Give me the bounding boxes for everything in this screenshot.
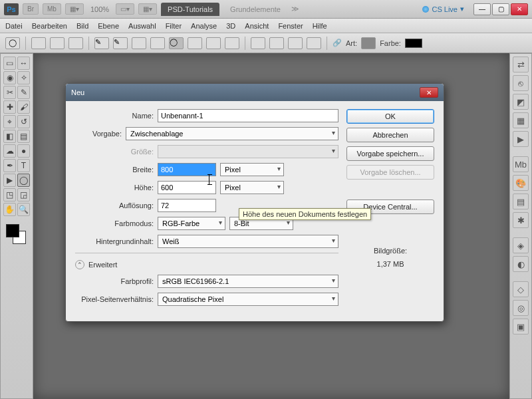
panel-icon[interactable]: ◩: [513, 94, 529, 110]
shape-layers-icon[interactable]: [31, 37, 46, 49]
panel-icon[interactable]: ◎: [513, 300, 529, 316]
zoom-tool-icon[interactable]: 🔍: [17, 203, 30, 216]
window-maximize-button[interactable]: ▢: [492, 3, 509, 15]
heal-tool-icon[interactable]: ✚: [3, 100, 16, 114]
dialog-close-button[interactable]: ✕: [420, 87, 438, 98]
background-dropdown[interactable]: Weiß: [158, 235, 338, 248]
cancel-button[interactable]: Abbrechen: [346, 128, 434, 142]
custom-shape-icon[interactable]: [225, 37, 239, 49]
menu-ansicht[interactable]: Ansicht: [245, 22, 269, 30]
pixelaspect-dropdown[interactable]: Quadratische Pixel: [158, 293, 338, 306]
panel-icon[interactable]: ▶: [513, 131, 529, 147]
save-preset-button[interactable]: Vorgabe speichern...: [346, 146, 434, 161]
menu-bild[interactable]: Bild: [76, 22, 88, 30]
pathop4-icon[interactable]: [307, 37, 321, 49]
fill-pixels-icon[interactable]: [68, 37, 83, 49]
width-unit-dropdown[interactable]: Pixel: [220, 163, 284, 176]
menu-auswahl[interactable]: Auswahl: [128, 22, 156, 30]
cslive-button[interactable]: CS Live▾: [422, 5, 464, 13]
3dcam-tool-icon[interactable]: ◲: [17, 188, 30, 201]
panel-icon[interactable]: ◐: [513, 256, 529, 272]
name-field[interactable]: [158, 109, 338, 122]
menu-3d[interactable]: 3D: [226, 22, 235, 30]
preset-dropdown[interactable]: Zwischenablage: [126, 127, 338, 140]
ok-button[interactable]: OK: [346, 109, 434, 124]
window-minimize-button[interactable]: —: [473, 3, 491, 15]
width-label: Breite:: [75, 166, 154, 174]
panel-icon[interactable]: Mb: [513, 156, 529, 172]
advanced-label: Erweitert: [88, 261, 117, 269]
style-swatch[interactable]: [361, 37, 376, 49]
menu-analyse[interactable]: Analyse: [191, 22, 217, 30]
line-shape-icon[interactable]: [206, 37, 221, 49]
colormode-dropdown[interactable]: RGB-Farbe: [158, 217, 225, 230]
bridge-chip[interactable]: Br: [23, 3, 39, 15]
pathop2-icon[interactable]: [269, 37, 284, 49]
tool-preset-icon[interactable]: ◯: [5, 37, 20, 49]
paths-icon[interactable]: [50, 37, 65, 49]
color-swatch[interactable]: [405, 39, 422, 48]
gradient-tool-icon[interactable]: ▤: [17, 130, 30, 143]
resolution-field[interactable]: [158, 199, 216, 212]
blur-tool-icon[interactable]: ☁: [3, 144, 16, 158]
history-brush-icon[interactable]: ↺: [17, 115, 30, 128]
lasso-tool-icon[interactable]: ◉: [3, 71, 16, 84]
dialog-titlebar[interactable]: Neu ✕: [66, 84, 444, 101]
3d-tool-icon[interactable]: ◳: [3, 188, 16, 201]
panel-icon[interactable]: ⎋: [513, 75, 529, 91]
panel-icon[interactable]: ▤: [513, 194, 529, 209]
roundrect-shape-icon[interactable]: [150, 37, 165, 49]
panel-icon[interactable]: ◇: [513, 281, 529, 297]
stamp-tool-icon[interactable]: ⌖: [3, 115, 16, 128]
chevron-up-icon: ⌃: [75, 260, 84, 269]
ellipse-shape-icon[interactable]: ◯: [169, 37, 184, 49]
delete-preset-button: Vorgabe löschen...: [346, 165, 434, 180]
panel-icon[interactable]: ▦: [513, 112, 529, 128]
zoom-level[interactable]: 100%: [88, 5, 112, 13]
color-picker[interactable]: [5, 223, 29, 249]
menu-bearbeiten[interactable]: Bearbeiten: [32, 22, 67, 30]
workspace-tab-active[interactable]: PSD-Tutorials: [161, 3, 219, 16]
crop-tool-icon[interactable]: ✂: [3, 86, 16, 99]
minibridge-chip[interactable]: Mb: [43, 3, 61, 15]
polygon-shape-icon[interactable]: [188, 37, 202, 49]
workspace-tab[interactable]: Grundelemente: [223, 3, 287, 16]
viewextras-icon[interactable]: ▦▾: [138, 3, 157, 15]
menu-fenster[interactable]: Fenster: [278, 22, 303, 30]
wand-tool-icon[interactable]: ✧: [17, 71, 30, 84]
type-tool-icon[interactable]: T: [17, 159, 30, 172]
advanced-toggle[interactable]: ⌃Erweitert: [75, 260, 338, 269]
colorprofile-dropdown[interactable]: sRGB IEC61966-2.1: [158, 275, 338, 288]
marquee-tool-icon[interactable]: ▭: [3, 57, 16, 70]
arrange-icon[interactable]: ▭▾: [116, 3, 134, 15]
freeform-pen-icon[interactable]: ✎: [113, 37, 128, 49]
hand-tool-icon[interactable]: ✋: [3, 203, 16, 216]
dodge-tool-icon[interactable]: ●: [17, 144, 30, 158]
pen-icon[interactable]: ✎: [94, 37, 109, 49]
pen-tool-icon[interactable]: ✒: [3, 159, 16, 172]
shape-tool-icon[interactable]: ◯: [17, 174, 30, 187]
brush-tool-icon[interactable]: 🖌: [17, 100, 30, 114]
eraser-tool-icon[interactable]: ◧: [3, 130, 16, 143]
panel-icon[interactable]: ◈: [513, 237, 529, 253]
screenmode-icon[interactable]: ▦▾: [65, 3, 84, 15]
menu-ebene[interactable]: Ebene: [98, 22, 119, 30]
pathop1-icon[interactable]: [251, 37, 265, 49]
link-style-icon[interactable]: 🔗: [332, 39, 342, 47]
menu-datei[interactable]: Datei: [5, 22, 23, 30]
move-tool-icon[interactable]: ↔: [17, 57, 30, 70]
more-workspaces-icon[interactable]: ≫: [291, 5, 299, 13]
panel-icon[interactable]: ✱: [513, 212, 529, 228]
path-select-icon[interactable]: ▶: [3, 174, 16, 187]
eyedropper-tool-icon[interactable]: ✎: [17, 86, 30, 99]
menu-hilfe[interactable]: Hilfe: [313, 22, 327, 30]
panel-icon[interactable]: ⇄: [513, 57, 529, 72]
height-field[interactable]: [158, 181, 216, 194]
pathop3-icon[interactable]: [288, 37, 303, 49]
menu-filter[interactable]: Filter: [166, 22, 182, 30]
height-unit-dropdown[interactable]: Pixel: [220, 181, 284, 194]
panel-icon[interactable]: ▣: [513, 319, 529, 334]
panel-icon[interactable]: 🎨: [513, 175, 529, 191]
window-close-button[interactable]: ✕: [511, 3, 528, 15]
rect-shape-icon[interactable]: [132, 37, 146, 49]
